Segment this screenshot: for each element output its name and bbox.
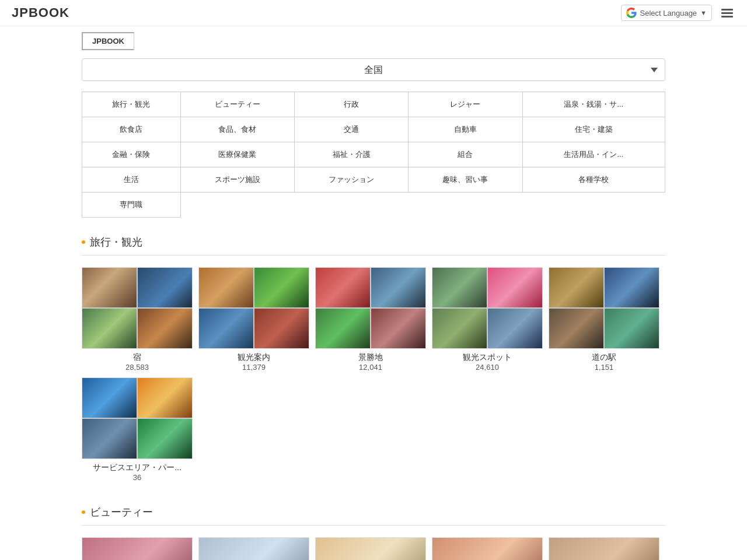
- category-cell[interactable]: 専門職: [82, 192, 181, 218]
- card-image-2: [605, 268, 659, 307]
- card-image-3: [549, 309, 603, 348]
- category-cell: [409, 192, 522, 218]
- card-label: 宿: [82, 352, 193, 363]
- google-g-icon: [626, 8, 637, 18]
- card-image-3: [82, 309, 137, 348]
- card-count: 36: [82, 473, 193, 482]
- card-count: 12,041: [315, 363, 426, 372]
- category-cell[interactable]: 住宅・建築: [522, 117, 665, 142]
- travel-card[interactable]: 景勝地12,041: [315, 267, 426, 372]
- card-image-2: [138, 378, 192, 418]
- card-label: 道の駅: [549, 352, 659, 363]
- card-image-grid: [82, 377, 193, 459]
- logo: JPBOOK: [12, 5, 69, 20]
- card-image-4: [138, 419, 192, 459]
- card-label: 観光スポット: [432, 352, 543, 363]
- category-cell[interactable]: 温泉・銭湯・サ...: [522, 92, 665, 117]
- card-image-1: [432, 268, 487, 307]
- card-image-2: [488, 268, 542, 307]
- card-count: 1,151: [549, 363, 659, 372]
- category-cell[interactable]: 食品、食材: [180, 117, 294, 142]
- category-cell: [522, 192, 665, 218]
- header-right: Select Language ▼: [621, 5, 735, 21]
- category-cell[interactable]: 生活: [82, 167, 181, 192]
- card-image-3: [199, 309, 253, 348]
- category-cell: [180, 192, 294, 218]
- translate-label: Select Language: [640, 9, 697, 18]
- card-count: 11,379: [198, 363, 309, 372]
- section-title-travel: 旅行・観光: [82, 235, 665, 249]
- travel-card[interactable]: 宿28,583: [82, 267, 193, 372]
- card-label: 観光案内: [198, 352, 309, 363]
- category-cell[interactable]: スポーツ施設: [180, 167, 294, 192]
- card-image-2: [138, 268, 192, 307]
- travel-card[interactable]: 観光スポット24,610: [432, 267, 543, 372]
- category-cell[interactable]: 医療保健業: [180, 142, 294, 167]
- card-image-1: [82, 268, 137, 307]
- category-cell[interactable]: 飲食店: [82, 117, 181, 142]
- card-count: 24,610: [432, 363, 543, 372]
- category-cell[interactable]: 生活用品・イン...: [522, 142, 665, 167]
- category-cell[interactable]: 金融・保険: [82, 142, 181, 167]
- card-image-1: [316, 268, 370, 307]
- category-table: 旅行・観光ビューティー行政レジャー温泉・銭湯・サ...飲食店食品、食材交通自動車…: [82, 92, 665, 218]
- main-content: JPBOOK 全国 旅行・観光ビューティー行政レジャー温泉・銭湯・サ...飲食店…: [0, 26, 747, 560]
- card-image-grid: [432, 267, 543, 349]
- tab-bar: JPBOOK: [82, 32, 665, 50]
- card-image-4: [138, 309, 192, 348]
- category-cell[interactable]: ファッション: [294, 167, 408, 192]
- beauty-card-2[interactable]: [198, 537, 309, 560]
- google-translate-widget[interactable]: Select Language ▼: [621, 5, 712, 21]
- travel-card[interactable]: 道の駅1,151: [549, 267, 659, 372]
- section-travel: 旅行・観光 宿28,583観光案内11,379景勝地12,041観光スポット24…: [82, 235, 665, 482]
- card-label: 景勝地: [315, 352, 426, 363]
- card-image-3: [82, 419, 137, 459]
- region-select[interactable]: 全国: [82, 58, 665, 81]
- category-cell[interactable]: 自動車: [409, 117, 522, 142]
- card-image-grid: [549, 267, 659, 349]
- card-image-4: [371, 309, 425, 348]
- category-cell[interactable]: 各種学校: [522, 167, 665, 192]
- section-divider-travel: [82, 255, 665, 256]
- card-grid-travel: 宿28,583観光案内11,379景勝地12,041観光スポット24,610道の…: [82, 267, 665, 482]
- list-view-icon[interactable]: [719, 6, 735, 20]
- card-image-2: [371, 268, 425, 307]
- header: JPBOOK Select Language ▼: [0, 0, 747, 26]
- section-divider-beauty: [82, 525, 665, 526]
- region-selector-wrap: 全国: [82, 58, 665, 81]
- category-cell[interactable]: 交通: [294, 117, 408, 142]
- beauty-card-3[interactable]: [315, 537, 426, 560]
- tab-jpbook[interactable]: JPBOOK: [82, 32, 134, 50]
- category-cell[interactable]: 趣味、習い事: [409, 167, 522, 192]
- card-count: 28,583: [82, 363, 193, 372]
- beauty-card-1[interactable]: [82, 537, 193, 560]
- card-image-grid: [198, 267, 309, 349]
- card-image-4: [488, 309, 542, 348]
- card-image-1: [82, 378, 137, 418]
- category-cell[interactable]: ビューティー: [180, 92, 294, 117]
- category-cell: [294, 192, 408, 218]
- card-image-1: [199, 268, 253, 307]
- travel-card[interactable]: サービスエリア・パー...36: [82, 377, 193, 482]
- beauty-card-4[interactable]: [432, 537, 543, 560]
- card-image-2: [254, 268, 309, 307]
- category-cell[interactable]: 旅行・観光: [82, 92, 181, 117]
- beauty-card-grid: [82, 537, 665, 560]
- travel-card[interactable]: 観光案内11,379: [198, 267, 309, 372]
- beauty-card-5[interactable]: [549, 537, 659, 560]
- section-title-beauty: ビューティー: [82, 505, 665, 519]
- category-cell[interactable]: 福祉・介護: [294, 142, 408, 167]
- card-image-1: [549, 268, 603, 307]
- card-image-3: [316, 309, 370, 348]
- card-image-4: [605, 309, 659, 348]
- section-beauty: ビューティー: [82, 505, 665, 560]
- translate-arrow-icon: ▼: [700, 9, 707, 16]
- card-image-3: [432, 309, 487, 348]
- category-cell[interactable]: 行政: [294, 92, 408, 117]
- card-image-grid: [315, 267, 426, 349]
- card-image-4: [254, 309, 309, 348]
- card-image-grid: [82, 267, 193, 349]
- category-cell[interactable]: 組合: [409, 142, 522, 167]
- category-cell[interactable]: レジャー: [409, 92, 522, 117]
- card-label: サービスエリア・パー...: [82, 463, 193, 473]
